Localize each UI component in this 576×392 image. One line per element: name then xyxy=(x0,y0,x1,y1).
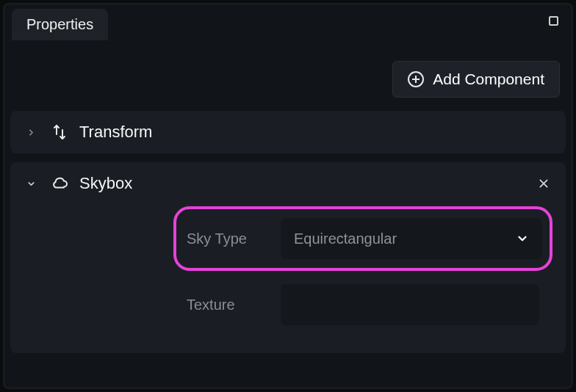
chevron-down-icon xyxy=(516,232,529,245)
field-label-sky-type: Sky Type xyxy=(187,231,281,247)
skybox-fields: Sky Type Equirectangular Texture xyxy=(10,202,566,350)
sky-type-value: Equirectangular xyxy=(294,231,397,247)
sky-type-dropdown[interactable]: Equirectangular xyxy=(281,218,542,259)
cloud-icon xyxy=(50,174,69,193)
remove-component-button[interactable] xyxy=(535,175,552,192)
plus-circle-icon xyxy=(408,71,424,87)
properties-panel: Properties Add Component xyxy=(3,3,573,389)
transform-arrows-icon xyxy=(50,123,69,142)
component-title: Skybox xyxy=(79,174,132,193)
component-skybox: Skybox Sky Type Equirectangular xyxy=(10,162,566,353)
texture-input[interactable] xyxy=(281,284,539,325)
tab-label: Properties xyxy=(26,16,93,32)
chevron-right-icon xyxy=(22,123,40,141)
component-header-transform[interactable]: Transform xyxy=(10,114,566,150)
maximize-icon[interactable] xyxy=(549,16,558,26)
component-transform: Transform xyxy=(10,111,566,153)
field-label-texture: Texture xyxy=(187,297,281,313)
add-component-row: Add Component xyxy=(10,54,566,111)
field-texture: Texture xyxy=(176,284,550,325)
add-component-button[interactable]: Add Component xyxy=(392,61,560,98)
add-component-label: Add Component xyxy=(433,70,544,88)
component-title: Transform xyxy=(79,123,152,142)
tab-properties[interactable]: Properties xyxy=(12,9,108,40)
field-sky-type: Sky Type Equirectangular xyxy=(173,206,552,271)
panel-content: Add Component Transform xyxy=(4,40,572,388)
tabs-bar: Properties xyxy=(4,4,572,40)
component-header-skybox[interactable]: Skybox xyxy=(10,165,566,202)
chevron-down-icon xyxy=(22,175,40,192)
